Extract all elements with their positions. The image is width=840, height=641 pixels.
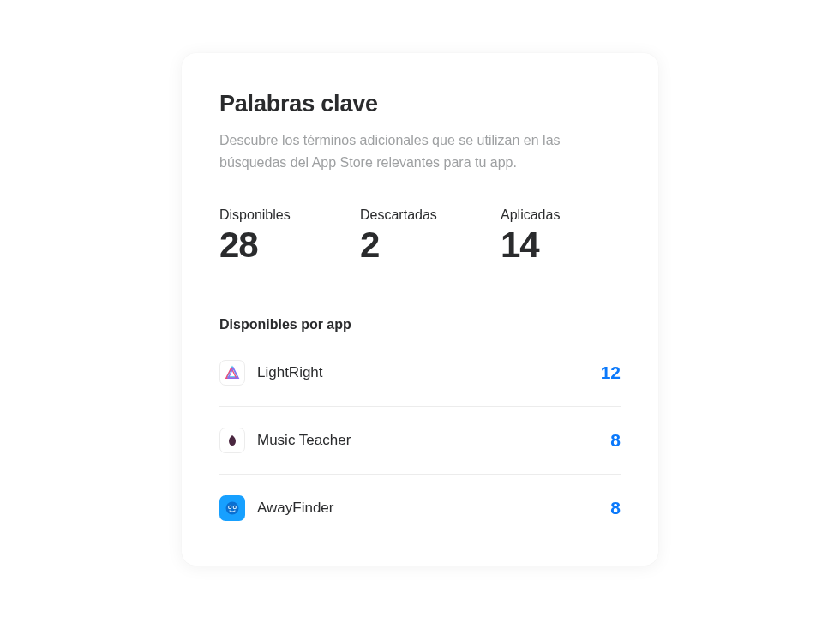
musicteacher-icon bbox=[219, 428, 245, 453]
app-row-left: LightRight bbox=[219, 360, 323, 386]
svg-point-4 bbox=[234, 506, 236, 508]
metric-descartadas: Descartadas 2 bbox=[360, 207, 471, 266]
app-row-awayfinder[interactable]: AwayFinder 8 bbox=[219, 475, 621, 528]
svg-point-3 bbox=[229, 506, 231, 508]
app-count: 8 bbox=[610, 498, 621, 518]
app-row-lightright[interactable]: LightRight 12 bbox=[219, 339, 621, 407]
metric-disponibles: Disponibles 28 bbox=[219, 207, 331, 266]
apps-section-title: Disponibles por app bbox=[219, 317, 621, 332]
app-count: 12 bbox=[601, 362, 621, 383]
metric-label: Descartadas bbox=[360, 207, 471, 223]
app-row-left: Music Teacher bbox=[219, 428, 351, 453]
metrics-row: Disponibles 28 Descartadas 2 Aplicadas 1… bbox=[219, 207, 621, 266]
apps-list: LightRight 12 Music Teacher 8 bbox=[219, 339, 621, 528]
keywords-card: Palabras clave Descubre los términos adi… bbox=[182, 53, 658, 566]
metric-value: 2 bbox=[360, 225, 471, 266]
awayfinder-icon bbox=[219, 495, 245, 521]
metric-value: 14 bbox=[501, 225, 612, 266]
app-name: AwayFinder bbox=[257, 500, 333, 517]
app-row-musicteacher[interactable]: Music Teacher 8 bbox=[219, 407, 621, 475]
card-title: Palabras clave bbox=[219, 91, 621, 117]
card-subtitle: Descubre los términos adicionales que se… bbox=[219, 129, 614, 173]
metric-aplicadas: Aplicadas 14 bbox=[501, 207, 612, 266]
app-count: 8 bbox=[610, 430, 621, 451]
app-name: LightRight bbox=[257, 364, 323, 381]
metric-value: 28 bbox=[219, 225, 331, 266]
metric-label: Disponibles bbox=[219, 207, 331, 223]
metric-label: Aplicadas bbox=[501, 207, 612, 223]
app-row-left: AwayFinder bbox=[219, 495, 333, 521]
app-name: Music Teacher bbox=[257, 432, 351, 449]
lightright-icon bbox=[219, 360, 245, 386]
svg-point-0 bbox=[226, 502, 239, 515]
